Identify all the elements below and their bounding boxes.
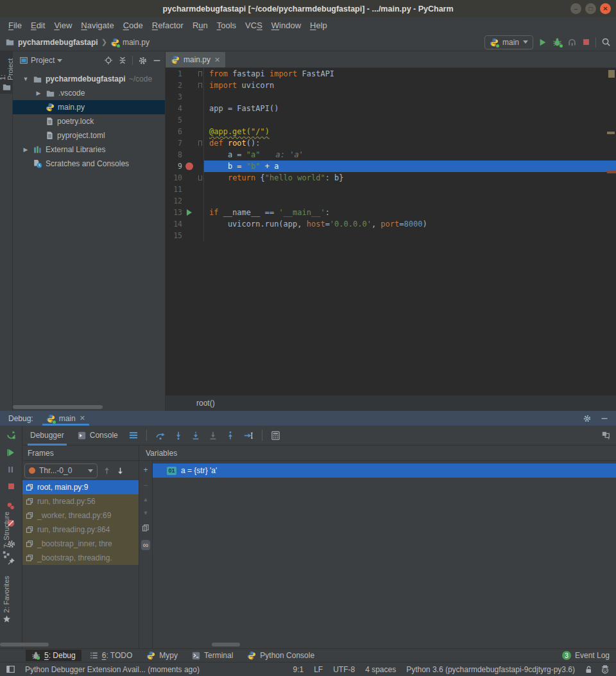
code-line-3[interactable]: 3 (166, 91, 616, 103)
horizontal-scrollbar[interactable] (212, 643, 240, 646)
code-line-7[interactable]: 7def root(): (166, 137, 616, 149)
menu-edit[interactable]: Edit (26, 19, 49, 31)
code-line-6[interactable]: 6@app.get("/") (166, 126, 616, 137)
tree-row-pyproject-toml[interactable]: pyproject.toml (13, 128, 165, 143)
pause-icon[interactable] (7, 465, 15, 474)
hide-tool-window-icon[interactable] (153, 56, 161, 65)
chevron-down-icon[interactable]: ▼ (22, 76, 30, 82)
tree-row-external-libraries[interactable]: ▶External Libraries (13, 143, 165, 157)
toolbar-item-6-todo[interactable]: 6: TODO (84, 650, 139, 661)
horizontal-scrollbar[interactable] (0, 643, 49, 646)
frame-row[interactable]: run, threading.py:864 (22, 523, 139, 537)
horizontal-scrollbar[interactable] (13, 405, 103, 409)
breakpoint-stripe-mark[interactable] (607, 171, 616, 173)
collapse-all-icon[interactable] (118, 56, 127, 65)
variable-row[interactable]: 01a = {str} 'a' (153, 464, 616, 478)
interpreter-widget[interactable]: Python 3.6 (pycharmdebugfastapi-9cdjtyrg… (406, 665, 575, 674)
sidebar-item-structure[interactable]: 7: Structure (0, 509, 13, 563)
toolbar-item-python-console[interactable]: Python Console (241, 650, 320, 661)
breadcrumb-project[interactable]: pycharmdebugfastapi (18, 38, 98, 47)
breakpoint-icon[interactable] (182, 162, 196, 170)
write-access-lock-icon[interactable] (585, 665, 593, 674)
menu-file[interactable]: File (4, 19, 26, 31)
add-watch-icon[interactable]: + (143, 466, 148, 474)
gear-icon[interactable] (583, 414, 592, 423)
code-line-11[interactable]: 11 (166, 184, 616, 195)
step-over-icon[interactable] (155, 431, 166, 440)
gutter-line-15[interactable]: 15 (166, 230, 204, 241)
frame-row[interactable]: root, main.py:9 (22, 480, 139, 494)
fold-marker-icon[interactable] (198, 71, 202, 76)
layout-menu-icon[interactable] (129, 431, 138, 439)
tree-row-main-py[interactable]: main.py (13, 100, 165, 114)
code-area[interactable]: 1from fastapi import FastAPI2import uvic… (166, 68, 616, 395)
move-up-icon[interactable]: ▲ (143, 497, 149, 503)
frame-row[interactable]: _bootstrap_inner, thre (22, 537, 139, 551)
breadcrumb-function[interactable]: root() (196, 399, 215, 408)
coverage-button[interactable] (567, 38, 577, 47)
stop-icon[interactable] (7, 482, 15, 490)
step-out-of-code-block-icon[interactable] (209, 431, 218, 440)
gutter-line-8[interactable]: 8 (166, 149, 204, 160)
resume-icon[interactable] (6, 448, 15, 457)
duplicate-watch-icon[interactable] (142, 524, 150, 532)
run-configuration-select[interactable]: main (484, 35, 533, 49)
frame-row[interactable]: run, thread.py:56 (22, 494, 139, 508)
debug-button[interactable] (552, 37, 562, 47)
status-message[interactable]: Python Debugger Extension Avail... (mome… (25, 665, 200, 674)
line-separator-widget[interactable]: LF (314, 665, 323, 674)
close-icon[interactable]: ✕ (80, 414, 85, 422)
gutter-line-12[interactable]: 12 (166, 195, 204, 207)
tree-row-pycharmdebugfastapi[interactable]: ▼pycharmdebugfastapi ~/code (13, 72, 165, 86)
caret-position-widget[interactable]: 9:1 (293, 665, 304, 674)
chevron-right-icon[interactable]: ▶ (22, 146, 30, 153)
toolbar-item-5-debug[interactable]: 5: Debug (26, 650, 81, 661)
code-line-10[interactable]: 10 return {"hello world": b} (166, 172, 616, 184)
force-step-into-icon[interactable] (191, 431, 200, 440)
menu-view[interactable]: View (49, 19, 76, 31)
indent-widget[interactable]: 4 spaces (365, 665, 396, 674)
search-everywhere-button[interactable] (601, 37, 611, 47)
gutter-line-2[interactable]: 2 (166, 80, 204, 91)
project-view-title[interactable]: Project (31, 56, 55, 65)
menu-help[interactable]: Help (305, 19, 332, 31)
thread-select[interactable]: Thr...-0_0 (24, 464, 98, 478)
restore-layout-icon[interactable] (601, 431, 611, 440)
evaluate-expression-icon[interactable] (271, 431, 280, 440)
gutter-line-4[interactable]: 4 (166, 103, 204, 114)
gutter-line-9[interactable]: 9 (166, 160, 204, 172)
tree-row-scratches-and-consoles[interactable]: Scratches and Consoles (13, 157, 165, 171)
gutter-line-5[interactable]: 5 (166, 114, 204, 126)
close-button[interactable]: ✕ (600, 3, 611, 14)
code-line-9[interactable]: 9 b = "b" + a (166, 160, 616, 172)
menu-run[interactable]: Run (188, 19, 212, 31)
toolbar-item-mypy[interactable]: Mypy (141, 650, 184, 661)
menu-refactor[interactable]: Refactor (148, 19, 188, 31)
run-to-cursor-icon[interactable] (243, 431, 253, 440)
gear-icon[interactable] (138, 56, 148, 65)
stop-button[interactable] (582, 38, 590, 46)
gutter-line-1[interactable]: 1 (166, 68, 204, 80)
tab-debugger[interactable]: Debugger (28, 426, 67, 446)
tool-window-toggle-icon[interactable] (6, 665, 15, 673)
step-out-icon[interactable] (226, 431, 235, 440)
code-line-12[interactable]: 12 (166, 195, 616, 207)
run-button[interactable] (538, 38, 547, 47)
next-frame-icon[interactable] (116, 467, 124, 475)
editor-tab-mainpy[interactable]: main.py ✕ (166, 52, 225, 67)
highlighting-level-icon[interactable] (601, 665, 610, 674)
encoding-widget[interactable]: UTF-8 (333, 665, 355, 674)
run-gutter-icon[interactable] (182, 209, 196, 216)
code-line-13[interactable]: 13if __name__ == '__main__': (166, 207, 616, 218)
breadcrumb-file[interactable]: main.py (123, 38, 150, 47)
code-line-5[interactable]: 5 (166, 114, 616, 126)
previous-frame-icon[interactable] (103, 467, 111, 475)
code-line-2[interactable]: 2import uvicorn (166, 80, 616, 91)
locate-file-icon[interactable] (104, 56, 113, 65)
menu-code[interactable]: Code (119, 19, 148, 31)
chevron-down-icon[interactable] (57, 59, 62, 62)
code-line-8[interactable]: 8 a = "a"a: 'a' (166, 149, 616, 160)
code-line-4[interactable]: 4app = FastAPI() (166, 103, 616, 114)
watch-return-values-icon[interactable]: ∞ (141, 540, 151, 550)
menu-window[interactable]: Window (267, 19, 305, 31)
